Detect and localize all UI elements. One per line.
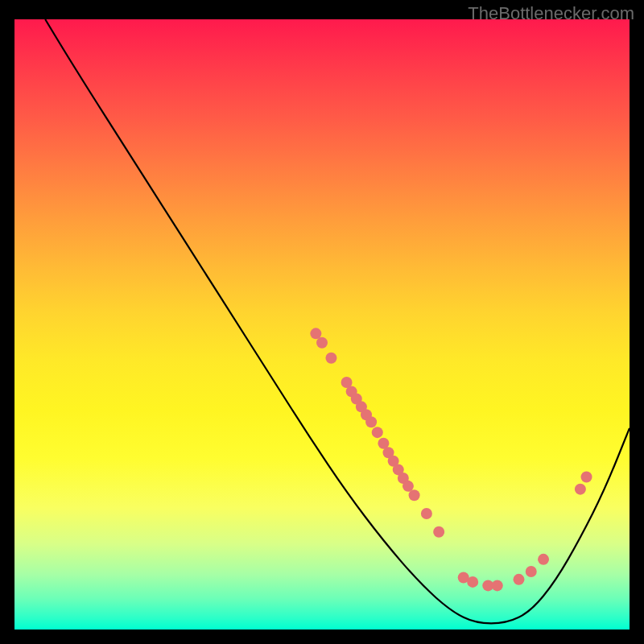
chart-container: TheBottlenecker.com	[0, 0, 644, 644]
points-group	[310, 328, 592, 591]
data-point	[372, 427, 383, 438]
data-point	[316, 337, 328, 349]
data-point	[409, 489, 420, 501]
curve-line	[45, 19, 630, 623]
data-point	[310, 328, 321, 339]
chart-svg	[14, 19, 630, 630]
data-point	[526, 566, 537, 577]
data-point	[433, 526, 444, 538]
data-point	[538, 554, 549, 565]
data-point	[325, 353, 336, 364]
watermark-text: TheBottlenecker.com	[468, 3, 634, 24]
data-point	[492, 580, 503, 591]
data-point	[402, 481, 414, 492]
data-point	[365, 416, 377, 427]
data-point	[421, 508, 432, 519]
data-point	[581, 472, 592, 483]
data-point	[467, 576, 478, 588]
data-point	[575, 484, 586, 495]
plot-area	[14, 19, 630, 630]
data-point	[513, 574, 524, 585]
